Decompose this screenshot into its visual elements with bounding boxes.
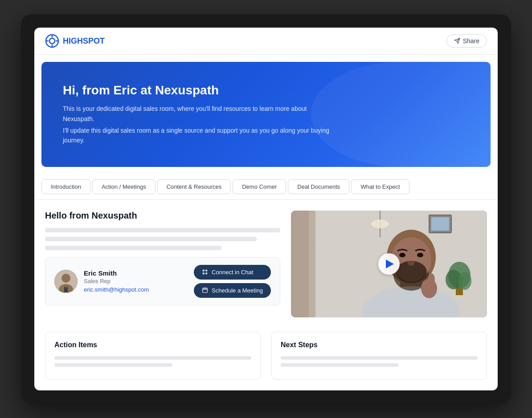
hero-title: Hi, from Eric at Nexuspath — [63, 83, 469, 97]
tab-introduction[interactable]: Introduction — [41, 179, 90, 194]
highspot-logo-icon — [45, 34, 59, 48]
connect-chat-button[interactable]: Connect in Chat — [194, 265, 271, 280]
svg-point-1 — [49, 38, 55, 44]
schedule-meeting-label: Schedule a Meeting — [212, 287, 263, 294]
svg-point-37 — [399, 253, 405, 257]
svg-point-29 — [458, 272, 471, 290]
next-steps-card: Next Steps — [271, 332, 487, 380]
text-placeholder-3 — [45, 246, 221, 250]
svg-point-25 — [371, 219, 389, 228]
svg-rect-13 — [203, 272, 205, 274]
svg-point-38 — [417, 253, 423, 257]
svg-point-39 — [408, 260, 415, 266]
action-items-title: Action Items — [54, 341, 251, 349]
action-line-1 — [54, 356, 251, 360]
connect-chat-label: Connect in Chat — [212, 269, 253, 276]
nav-tabs: Introduction Action / Meetings Content &… — [34, 174, 498, 200]
video-thumbnail[interactable] — [291, 211, 487, 317]
svg-point-41 — [428, 273, 435, 286]
svg-point-7 — [61, 274, 70, 283]
section-title: Hello from Nexuspath — [45, 211, 280, 221]
contact-email[interactable]: eric.smith@highspot.com — [84, 286, 149, 293]
logo-text: HIGHSPOT — [63, 37, 105, 46]
hero-banner: Hi, from Eric at Nexuspath This is your … — [41, 62, 491, 167]
left-panel: Hello from Nexuspath — [45, 211, 280, 317]
contact-info: Eric Smith Sales Rep eric.smith@highspot… — [54, 269, 149, 293]
tab-what-to-expect[interactable]: What to Expect — [351, 179, 409, 194]
calendar-icon — [202, 287, 208, 293]
svg-rect-20 — [291, 211, 309, 317]
hero-desc-line1: This is your dedicated digital sales roo… — [63, 104, 330, 124]
avatar — [54, 270, 78, 293]
tab-content-resources[interactable]: Content & Resources — [157, 179, 231, 194]
tab-demo-corner[interactable]: Demo Corner — [233, 179, 286, 194]
svg-rect-15 — [203, 288, 208, 293]
play-button[interactable] — [378, 253, 400, 275]
next-steps-title: Next Steps — [281, 341, 478, 349]
header: HIGHSPOT Share — [34, 28, 498, 55]
action-items-card: Action Items — [45, 332, 261, 380]
browser-window: HIGHSPOT Share Hi, from Eric at Nexuspat… — [34, 28, 498, 390]
share-label: Share — [463, 37, 479, 45]
share-icon — [454, 38, 460, 44]
svg-rect-12 — [205, 270, 207, 272]
play-icon — [386, 260, 394, 268]
next-steps-line-2 — [281, 363, 399, 367]
contact-name: Eric Smith — [84, 269, 149, 277]
text-placeholder-2 — [45, 237, 257, 241]
chat-icon — [202, 269, 208, 275]
tab-deal-documents[interactable]: Deal Documents — [288, 179, 349, 194]
contact-card: Eric Smith Sales Rep eric.smith@highspot… — [45, 257, 280, 305]
share-button[interactable]: Share — [446, 34, 487, 48]
svg-rect-14 — [205, 272, 207, 274]
device-frame: HIGHSPOT Share Hi, from Eric at Nexuspat… — [21, 14, 511, 404]
svg-rect-11 — [203, 270, 205, 272]
next-steps-line-1 — [281, 356, 478, 360]
schedule-meeting-button[interactable]: Schedule a Meeting — [194, 283, 271, 298]
contact-details: Eric Smith Sales Rep eric.smith@highspot… — [84, 269, 149, 293]
contact-role: Sales Rep — [84, 278, 149, 284]
hero-desc-line2: I'll update this digital sales room as a… — [63, 126, 330, 146]
svg-rect-23 — [431, 217, 449, 231]
logo: HIGHSPOT — [45, 34, 105, 48]
right-panel — [291, 211, 487, 317]
tab-action-meetings[interactable]: Action / Meetings — [92, 179, 156, 194]
text-placeholder-1 — [45, 228, 280, 232]
main-content: Hello from Nexuspath — [34, 200, 498, 317]
action-line-2 — [54, 363, 172, 367]
bottom-section: Action Items Next Steps — [34, 321, 498, 390]
contact-actions: Connect in Chat Schedule a Meeting — [194, 265, 271, 298]
avatar-image — [54, 270, 78, 293]
